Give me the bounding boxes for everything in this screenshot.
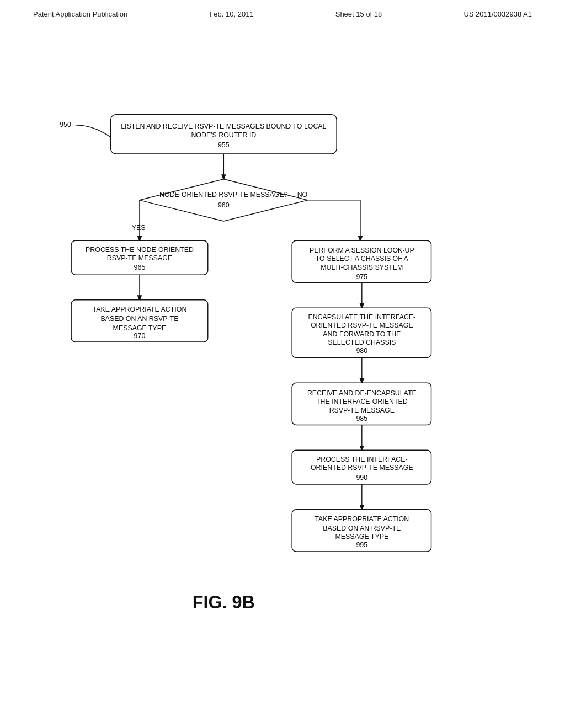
diamond-960-line1: NODE-ORIENTED RSVP-TE MESSAGE? xyxy=(159,191,288,199)
flowchart-svg: text { font-family: Arial, Helvetica, sa… xyxy=(0,33,565,695)
box-995-label: 995 xyxy=(356,541,367,549)
figure-label: FIG. 9B xyxy=(193,592,255,612)
box-975-line3: MULTI-CHASSIS SYSTEM xyxy=(321,264,403,271)
yes-label: YES xyxy=(132,224,146,232)
box-980-line3: AND FORWARD TO THE xyxy=(323,330,401,338)
box-995-line1: TAKE APPROPRIATE ACTION xyxy=(315,515,409,523)
diamond-960 xyxy=(140,179,308,221)
box-975-line2: TO SELECT A CHASSIS OF A xyxy=(316,255,409,263)
box-985-line2: THE INTERFACE-ORIENTED xyxy=(316,398,408,405)
date-label: Feb. 10, 2011 xyxy=(209,10,253,18)
page-header: Patent Application Publication Feb. 10, … xyxy=(0,0,565,18)
box-980-line1: ENCAPSULATE THE INTERFACE- xyxy=(308,313,415,321)
box-965-line1: PROCESS THE NODE-ORIENTED xyxy=(86,246,194,254)
box-955-label: 955 xyxy=(218,141,230,149)
diagram-area: text { font-family: Arial, Helvetica, sa… xyxy=(0,33,565,695)
publication-label: Patent Application Publication xyxy=(33,10,127,18)
box-975-label: 975 xyxy=(356,273,367,281)
box-970-line1: TAKE APPROPRIATE ACTION xyxy=(93,306,187,313)
box-990-line1: PROCESS THE INTERFACE- xyxy=(316,456,407,463)
box-980-line2: ORIENTED RSVP-TE MESSAGE xyxy=(311,322,413,329)
box-985-line1: RECEIVE AND DE-ENCAPSULATE xyxy=(307,389,417,397)
diagram-number: 950 xyxy=(60,121,71,129)
box-975-line1: PERFORM A SESSION LOOK-UP xyxy=(310,247,414,254)
box-955-line2: NODE'S ROUTER ID xyxy=(191,131,256,139)
diamond-960-label: 960 xyxy=(218,201,230,209)
box-985-line3: RSVP-TE MESSAGE xyxy=(329,406,395,414)
box-965-line2: RSVP-TE MESSAGE xyxy=(107,254,172,262)
box-970-line2: BASED ON AN RSVP-TE xyxy=(100,315,178,323)
no-label: NO xyxy=(297,191,308,199)
sheet-label: Sheet 15 of 18 xyxy=(335,10,382,18)
box-970-label: 970 xyxy=(134,332,146,340)
box-970-line3: MESSAGE TYPE xyxy=(113,324,167,332)
box-955-line1: LISTEN AND RECEIVE RSVP-TE MESSAGES BOUN… xyxy=(121,122,326,130)
box-990-label: 990 xyxy=(356,474,367,481)
box-985-label: 985 xyxy=(356,415,367,422)
box-980-label: 980 xyxy=(356,347,367,355)
box-980-line4: SELECTED CHASSIS xyxy=(328,339,396,346)
box-990-line2: ORIENTED RSVP-TE MESSAGE xyxy=(311,464,413,472)
box-995-line2: BASED ON AN RSVP-TE xyxy=(323,524,401,532)
patent-number-label: US 2011/0032938 A1 xyxy=(463,10,532,18)
box-995-line3: MESSAGE TYPE xyxy=(335,533,388,540)
box-965-label: 965 xyxy=(134,264,146,271)
